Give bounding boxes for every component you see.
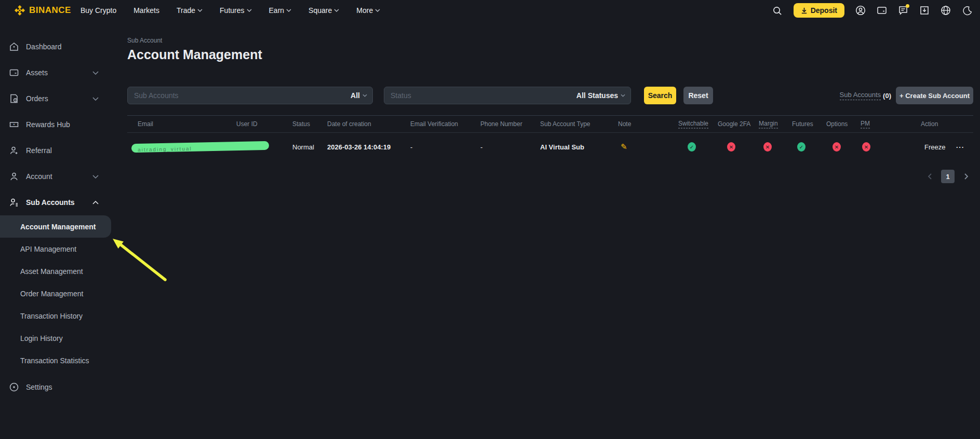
col-email: Email <box>138 120 153 128</box>
google-2fa-no-icon: ✕ <box>727 142 735 152</box>
filter-row: All All Statuses Search Reset Sub Accoun… <box>127 87 973 104</box>
binance-logo[interactable]: BINANCE <box>14 5 71 16</box>
settings-icon <box>9 382 19 392</box>
row-phone-number: - <box>480 143 482 151</box>
wallet-icon[interactable] <box>877 5 887 16</box>
create-sub-account-button[interactable]: + Create Sub Account <box>896 87 973 104</box>
chevron-down-icon <box>334 9 339 12</box>
row-email-verification: - <box>410 143 412 151</box>
col-phone-number: Phone Number <box>480 120 522 128</box>
sidebar-subitem-order-management[interactable]: Order Management <box>0 282 111 305</box>
person-list-icon <box>9 197 19 208</box>
sidebar-item-settings[interactable]: Settings <box>0 374 111 400</box>
col-user-id: User ID <box>236 120 258 128</box>
binance-diamond-icon <box>14 5 25 16</box>
row-sub-account-type: AI Virtual Sub <box>540 143 584 151</box>
chevron-down-icon <box>197 9 203 12</box>
document-clock-icon <box>9 93 19 104</box>
main-content: Sub Account Account Management All All S… <box>111 21 980 439</box>
chevron-down-icon <box>247 9 252 12</box>
sidebar-subitem-asset-management[interactable]: Asset Management <box>0 260 111 282</box>
sidebar-item-account[interactable]: Account <box>0 163 111 189</box>
col-status: Status <box>292 120 310 128</box>
page-number[interactable]: 1 <box>941 170 955 183</box>
main-nav: Buy Crypto Markets Trade Futures Earn Sq… <box>80 6 380 15</box>
logo-wordmark: BINANCE <box>29 5 71 16</box>
nav-trade[interactable]: Trade <box>177 6 203 15</box>
chat-icon[interactable] <box>898 5 908 16</box>
sub-accounts-input[interactable] <box>128 91 372 100</box>
sidebar-subitem-transaction-history[interactable]: Transaction History <box>0 305 111 327</box>
chevron-down-icon <box>286 9 291 12</box>
ticket-icon: * <box>9 119 19 130</box>
futures-yes-icon: ✓ <box>797 142 806 152</box>
page-title: Account Management <box>127 47 973 62</box>
row-date-of-creation: 2026-03-26 14:04:19 <box>327 143 391 151</box>
sub-accounts-count-value: (0) <box>883 92 891 100</box>
chevron-down-icon <box>92 175 99 179</box>
chevron-down-icon <box>621 94 625 97</box>
search-icon[interactable] <box>772 5 783 16</box>
download-tray-icon[interactable] <box>919 5 930 16</box>
nav-earn[interactable]: Earn <box>269 6 292 15</box>
chevron-down-icon <box>92 71 99 75</box>
col-date-of-creation: Date of creation <box>327 120 371 128</box>
sub-accounts-filter-dropdown[interactable]: All <box>351 91 367 100</box>
redacted-email: aitrading_virtual <box>131 141 269 153</box>
status-filter-dropdown[interactable]: All Statuses <box>576 91 625 100</box>
sidebar-subitem-login-history[interactable]: Login History <box>0 327 111 349</box>
sidebar-item-sub-accounts[interactable]: Sub Accounts <box>0 189 111 215</box>
table-header: Email User ID Status Date of creation Em… <box>127 115 973 133</box>
moon-icon[interactable] <box>962 5 972 16</box>
svg-text:*: * <box>13 122 15 128</box>
switchable-yes-icon: ✓ <box>688 142 696 152</box>
sidebar-item-assets[interactable]: Assets <box>0 60 111 86</box>
col-futures: Futures <box>792 120 813 128</box>
notification-dot <box>906 4 909 8</box>
nav-square[interactable]: Square <box>308 6 339 15</box>
sidebar-item-orders[interactable]: Orders <box>0 86 111 112</box>
sidebar-item-rewards-hub[interactable]: * Rewards Hub <box>0 112 111 138</box>
profile-icon[interactable] <box>855 5 866 16</box>
nav-markets[interactable]: Markets <box>133 6 159 15</box>
col-margin[interactable]: Margin <box>759 120 778 129</box>
sidebar-subitem-account-management[interactable]: Account Management <box>0 215 111 238</box>
sidebar-item-referral[interactable]: Referral <box>0 138 111 163</box>
prev-page-icon[interactable] <box>924 171 935 182</box>
col-note: Note <box>618 120 631 128</box>
edit-note-icon[interactable]: ✎ <box>621 142 627 152</box>
col-action: Action <box>921 120 938 128</box>
top-navbar: BINANCE Buy Crypto Markets Trade Futures… <box>0 0 980 21</box>
search-button[interactable]: Search <box>644 87 676 104</box>
freeze-action[interactable]: Freeze <box>924 143 945 151</box>
margin-no-icon: ✕ <box>763 142 772 152</box>
chevron-down-icon <box>375 9 380 12</box>
wallet-icon <box>9 67 19 78</box>
next-page-icon[interactable] <box>961 171 971 182</box>
more-actions-button[interactable]: ··· <box>956 143 964 151</box>
sub-accounts-filter: All <box>127 87 373 104</box>
filter-right-group: Sub Accounts (0) + Create Sub Account <box>840 87 973 104</box>
sidebar-subitem-transaction-statistics[interactable]: Transaction Statistics <box>0 349 111 372</box>
nav-buy-crypto[interactable]: Buy Crypto <box>80 6 116 15</box>
reset-button[interactable]: Reset <box>683 87 713 104</box>
nav-futures[interactable]: Futures <box>220 6 251 15</box>
table-row: aitrading_virtual Normal 2026-03-26 14:0… <box>127 133 973 161</box>
col-sub-account-type: Sub Account Type <box>540 120 590 128</box>
col-switchable[interactable]: Switchable <box>678 120 708 129</box>
person-plus-icon <box>9 145 19 156</box>
sidebar-item-dashboard[interactable]: Dashboard <box>0 34 111 60</box>
col-pm[interactable]: PM <box>861 120 870 129</box>
pagination: 1 <box>127 170 973 183</box>
nav-more[interactable]: More <box>356 6 380 15</box>
person-icon <box>9 171 19 182</box>
deposit-button[interactable]: Deposit <box>794 3 844 18</box>
globe-icon[interactable] <box>941 5 951 16</box>
chevron-down-icon <box>92 97 99 101</box>
sidebar-subitem-api-management[interactable]: API Management <box>0 238 111 260</box>
col-email-verification: Email Verification <box>410 120 458 128</box>
breadcrumb[interactable]: Sub Account <box>127 37 973 44</box>
sidebar: Dashboard Assets Orders * Rewards Hub Re… <box>0 21 111 439</box>
chevron-up-icon <box>92 201 99 204</box>
sub-accounts-count-label[interactable]: Sub Accounts <box>840 91 881 100</box>
